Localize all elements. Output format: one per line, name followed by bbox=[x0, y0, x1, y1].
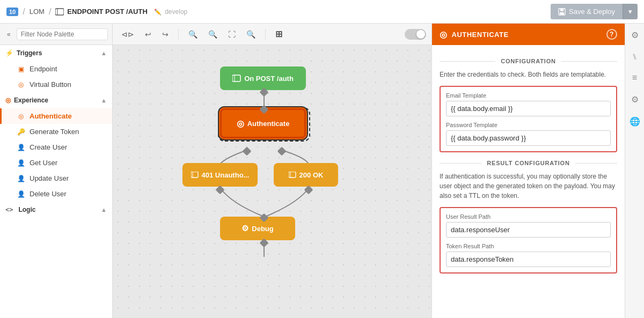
right-panel-outer: ◎ AUTHENTICATE ? CONFIGURATION Enter the… bbox=[431, 24, 644, 318]
search-btn[interactable]: 🔍 bbox=[243, 28, 259, 40]
generate-token-icon: 🔑 bbox=[17, 128, 25, 136]
result-field-group: User Result Path Token Result Path bbox=[440, 207, 617, 273]
node-debug[interactable]: ⚙ Debug bbox=[220, 217, 295, 240]
logic-icon: <> bbox=[5, 206, 13, 213]
toolbar-divider1 bbox=[178, 29, 179, 40]
user-result-label: User Result Path bbox=[446, 213, 611, 220]
config-section-row: CONFIGURATION bbox=[440, 58, 617, 64]
sidebar-collapse-button[interactable]: « bbox=[4, 29, 13, 40]
node-200-icon bbox=[289, 172, 296, 178]
redo-button[interactable]: ↪ bbox=[159, 28, 172, 40]
token-result-label: Token Result Path bbox=[446, 243, 611, 249]
result-description: If authentication is successful, you may… bbox=[440, 172, 617, 201]
sliders-icon[interactable]: ⚙ bbox=[629, 92, 641, 107]
stack-icon[interactable]: ≡ bbox=[630, 71, 639, 85]
sidebar-item-delete-user[interactable]: 👤 Delete User bbox=[0, 186, 112, 202]
undo-button[interactable]: ↩ bbox=[142, 28, 155, 40]
zoom-out-btn2[interactable]: 🔍 bbox=[185, 28, 201, 40]
diamond-auth-out-right bbox=[277, 147, 287, 156]
zoom-out-button[interactable]: ⊲⊳ bbox=[118, 28, 137, 40]
save-deploy-button[interactable]: Save & Deploy bbox=[551, 4, 623, 19]
right-panel-header: ◎ AUTHENTICATE ? bbox=[432, 24, 625, 45]
node-401[interactable]: 401 Unautho... bbox=[182, 163, 258, 187]
diamond-200-out bbox=[304, 186, 313, 195]
config-section-title: CONFIGURATION bbox=[495, 58, 561, 64]
main-layout: « ⚡ Triggers ▲ ▣ Endpoint ◎ Virtual Butt… bbox=[0, 24, 644, 318]
section-experience[interactable]: ◎ Experience ▲ bbox=[0, 92, 112, 108]
experience-icon: ◎ bbox=[5, 97, 11, 104]
svg-rect-4 bbox=[560, 12, 564, 14]
logic-chevron: ▲ bbox=[101, 206, 107, 213]
svg-rect-9 bbox=[191, 172, 198, 178]
app-badge: 10 bbox=[6, 8, 18, 16]
svg-rect-7 bbox=[232, 75, 240, 82]
password-template-label: Password Template bbox=[446, 122, 611, 128]
filter-node-palette-input[interactable] bbox=[17, 28, 108, 40]
diamond-401-out bbox=[216, 186, 225, 195]
svg-rect-3 bbox=[560, 9, 564, 11]
toolbar-divider2 bbox=[265, 29, 266, 40]
token-result-input[interactable] bbox=[446, 252, 611, 267]
topbar: 10 / LOM / ENDPOINT POST /AUTH develop S… bbox=[0, 0, 644, 24]
add-node-button[interactable]: ⊞ bbox=[272, 27, 286, 41]
save-deploy-dropdown-button[interactable]: ▾ bbox=[623, 4, 638, 19]
result-section-title: RESULT CONFIGURATION bbox=[481, 160, 575, 166]
update-user-icon: 👤 bbox=[17, 175, 25, 182]
authenticate-node-icon: ◎ bbox=[237, 119, 244, 129]
endpoint-icon: ▣ bbox=[17, 65, 25, 73]
settings-icon[interactable]: ⚙ bbox=[629, 28, 641, 42]
sidebar-toolbar: « bbox=[0, 24, 112, 45]
sidebar: « ⚡ Triggers ▲ ▣ Endpoint ◎ Virtual Butt… bbox=[0, 24, 113, 318]
branch-label: develop bbox=[154, 8, 187, 16]
sidebar-item-generate-token[interactable]: 🔑 Generate Token bbox=[0, 124, 112, 139]
sidebar-item-endpoint[interactable]: ▣ Endpoint bbox=[0, 61, 112, 77]
canvas-grid[interactable]: On POST /auth ◎ Authenticate 401 Unautho… bbox=[113, 45, 431, 318]
sidebar-item-create-user[interactable]: 👤 Create User bbox=[0, 139, 112, 155]
toggle-wrapper bbox=[405, 29, 426, 40]
canvas-toolbar: ⊲⊳ ↩ ↪ 🔍 🔍 ⛶ 🔍 ⊞ bbox=[113, 24, 431, 45]
sep1: / bbox=[23, 7, 25, 17]
create-user-icon: 👤 bbox=[17, 144, 25, 151]
save-icon bbox=[558, 8, 566, 16]
fit-screen-btn[interactable]: ⛶ bbox=[225, 28, 239, 40]
delete-user-icon: 👤 bbox=[17, 190, 25, 198]
result-section-row: RESULT CONFIGURATION bbox=[440, 160, 617, 166]
triggers-chevron: ▲ bbox=[101, 50, 107, 56]
sidebar-item-get-user[interactable]: 👤 Get User bbox=[0, 155, 112, 171]
config-description: Enter the credentials to check. Both fie… bbox=[440, 70, 617, 79]
debug-icon: ⚙ bbox=[241, 224, 248, 233]
diamond-auth-out-left bbox=[243, 147, 252, 156]
experience-chevron: ▲ bbox=[101, 97, 107, 103]
node-on-post[interactable]: On POST /auth bbox=[220, 66, 306, 90]
topbar-actions: Save & Deploy ▾ bbox=[551, 4, 638, 19]
user-result-input[interactable] bbox=[446, 222, 611, 238]
node-401-icon bbox=[191, 172, 199, 178]
sidebar-item-authenticate[interactable]: ◎ Authenticate bbox=[0, 108, 112, 124]
sidebar-item-update-user[interactable]: 👤 Update User bbox=[0, 171, 112, 186]
zoom-in-btn[interactable]: 🔍 bbox=[205, 28, 221, 40]
plug-icon[interactable]: ⑊ bbox=[630, 50, 639, 63]
node-endpoint-icon bbox=[232, 75, 241, 82]
right-panel: ◎ AUTHENTICATE ? CONFIGURATION Enter the… bbox=[431, 24, 625, 318]
email-template-label: Email Template bbox=[446, 92, 611, 99]
node-200[interactable]: 200 OK bbox=[274, 163, 338, 187]
sep2: / bbox=[49, 7, 51, 17]
canvas-area: ⊲⊳ ↩ ↪ 🔍 🔍 ⛶ 🔍 ⊞ bbox=[113, 24, 431, 318]
globe-icon[interactable]: 🌐 bbox=[627, 114, 642, 129]
lom-label: LOM bbox=[30, 8, 45, 16]
email-template-input[interactable] bbox=[446, 101, 611, 116]
virtual-button-icon: ◎ bbox=[17, 81, 25, 88]
canvas-toggle[interactable] bbox=[405, 29, 426, 40]
triggers-icon: ⚡ bbox=[5, 49, 13, 57]
sidebar-item-virtual-button[interactable]: ◎ Virtual Button bbox=[0, 77, 112, 92]
right-panel-body: CONFIGURATION Enter the credentials to c… bbox=[432, 45, 625, 318]
help-icon[interactable]: ? bbox=[606, 29, 617, 40]
credentials-field-group: Email Template Password Template bbox=[440, 86, 617, 152]
svg-rect-0 bbox=[55, 9, 64, 15]
section-triggers[interactable]: ⚡ Triggers ▲ bbox=[0, 45, 112, 61]
svg-rect-11 bbox=[289, 172, 296, 178]
section-logic[interactable]: <> Logic ▲ bbox=[0, 202, 112, 218]
password-template-input[interactable] bbox=[446, 130, 611, 146]
authenticate-icon: ◎ bbox=[17, 113, 25, 120]
page-title: ENDPOINT POST /AUTH bbox=[55, 8, 148, 16]
